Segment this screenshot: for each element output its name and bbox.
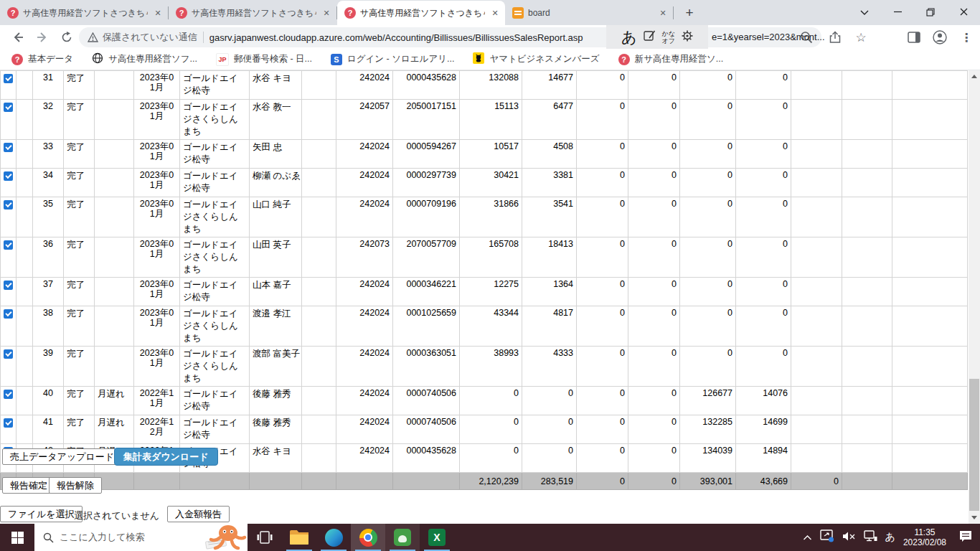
side-panel-icon[interactable] <box>905 29 923 46</box>
row-checkbox[interactable] <box>4 349 13 359</box>
summary-download-button[interactable]: 集計表ダウンロード <box>114 448 218 466</box>
resident-name-cell: 水谷 キヨ <box>250 444 302 473</box>
close-tab-icon[interactable]: ✕ <box>321 7 332 19</box>
bookmark-new-sakou-soft[interactable]: ? 新サ高住専用経営ソ... <box>618 53 724 65</box>
empty-cell <box>791 347 842 387</box>
amount3-cell: 0 <box>577 169 628 197</box>
restore-button[interactable] <box>914 0 947 24</box>
file-select-button[interactable]: ファイルを選択 <box>0 506 83 522</box>
scroll-up-arrow[interactable] <box>969 70 980 83</box>
bookmark-star-icon[interactable]: ☆ <box>852 29 870 46</box>
sales-report-table: 31 完了 2023年01月 ゴールドエイジ松寺 水谷 キヨ 242024 00… <box>0 70 968 490</box>
row-number-cell: 40 <box>33 387 64 415</box>
close-tab-icon[interactable]: ✕ <box>152 7 164 19</box>
ime-settings-gear-icon[interactable] <box>682 30 693 44</box>
office-code-cell: 242024 <box>336 306 393 347</box>
report-confirm-button[interactable]: 報告確定 <box>2 477 55 494</box>
row-checkbox[interactable] <box>4 103 13 112</box>
bookmark-basic-data[interactable]: ? 基本データ <box>11 53 73 65</box>
start-button[interactable] <box>0 524 34 551</box>
scrollbar-thumb[interactable] <box>969 379 979 511</box>
month-text: 2023年01月 <box>139 239 175 259</box>
minimize-button[interactable] <box>881 0 914 24</box>
row-checkbox[interactable] <box>4 390 13 399</box>
row-checkbox[interactable] <box>4 418 13 428</box>
back-icon[interactable] <box>9 28 27 47</box>
sales-upload-button[interactable]: 売上データアップロード <box>2 448 122 465</box>
taskbar-search-box[interactable]: ここに入力して検索 <box>34 524 248 551</box>
empty-cell <box>892 197 968 237</box>
facility-cell: ゴールドエイジ松寺 <box>180 169 250 197</box>
amount2-cell: 3381 <box>522 169 577 197</box>
tray-screenshare-icon[interactable] <box>820 529 834 545</box>
amount1-cell: 0 <box>460 387 522 415</box>
close-tab-icon[interactable]: ✕ <box>657 7 669 19</box>
notification-center-icon[interactable] <box>958 529 973 545</box>
row-checkbox[interactable] <box>4 240 13 250</box>
amount2-cell: 18413 <box>522 237 577 278</box>
empty-cell <box>892 415 968 444</box>
resident-name-cell: 渡部 富美子 <box>250 347 302 387</box>
totals-cell: 0 <box>577 473 628 490</box>
taskbar-satsuki-app[interactable] <box>385 524 420 551</box>
tab-app-1[interactable]: ? サ高住専用経営ソフトさつきちゃん ✕ <box>0 1 168 25</box>
browser-menu-icon[interactable]: ⋮ <box>958 29 975 46</box>
bookmark-yamato-business[interactable]: ヤマトビジネスメンバーズ <box>473 52 599 66</box>
tray-ime-indicator[interactable]: あ <box>885 531 895 544</box>
ime-mode-indicator[interactable]: あ <box>621 29 637 44</box>
close-tab-icon[interactable]: ✕ <box>489 7 501 19</box>
taskbar-edge[interactable] <box>316 524 351 551</box>
ime-kana-toggle[interactable]: かな オフ <box>662 30 675 44</box>
share-icon[interactable] <box>826 29 844 46</box>
empty-cell <box>892 278 968 306</box>
tray-network-icon[interactable] <box>864 530 877 545</box>
taskbar-excel[interactable]: X <box>420 524 454 551</box>
report-release-button[interactable]: 報告解除 <box>49 477 102 494</box>
scroll-down-arrow[interactable] <box>969 512 980 524</box>
tray-chevron-up-icon[interactable] <box>803 531 812 544</box>
amount3-cell: 0 <box>577 71 628 100</box>
tray-clock[interactable]: 11:35 2023/02/08 <box>903 527 946 547</box>
row-checkbox[interactable] <box>4 143 13 152</box>
close-window-button[interactable] <box>947 0 980 24</box>
empty-cell <box>892 100 968 140</box>
empty-cell <box>791 71 842 100</box>
empty-cell <box>842 197 892 237</box>
tab-board[interactable]: board ✕ <box>505 1 673 25</box>
taskbar-chrome-active[interactable] <box>351 524 385 551</box>
bookmark-postal-search[interactable]: JP 郵便番号検索 - 日... <box>216 53 312 66</box>
month-text: 2022年11月 <box>139 388 175 408</box>
bookmark-soroel-login[interactable]: S ログイン - ソロエルアリ... <box>331 53 454 65</box>
window-controls <box>848 0 980 24</box>
address-bar[interactable]: 保護されていない通信 gasrv.japanwest.cloudapp.azur… <box>79 27 821 47</box>
ime-toolbar[interactable]: あ かな オフ <box>606 25 708 49</box>
tab-search-chevron-icon[interactable] <box>848 0 881 24</box>
totals-empty-cell <box>134 473 180 490</box>
payment-report-button[interactable]: 入金額報告 <box>167 506 230 522</box>
amount2-cell: 4817 <box>522 306 577 347</box>
vertical-scrollbar[interactable] <box>969 70 980 524</box>
new-tab-button[interactable]: + <box>679 3 699 23</box>
taskbar-file-explorer[interactable] <box>282 524 316 551</box>
profile-avatar-icon[interactable] <box>931 29 948 46</box>
row-checkbox[interactable] <box>4 309 13 319</box>
tab-app-2[interactable]: ? サ高住専用経営ソフトさつきちゃん ✕ <box>169 1 336 25</box>
task-view-button[interactable] <box>248 524 282 551</box>
billing-number-cell: 2070057709 <box>393 237 460 278</box>
amount5-cell: 0 <box>680 169 736 197</box>
not-secure-warning-icon[interactable] <box>88 32 98 42</box>
status-cell: 完了 <box>64 415 95 444</box>
forward-icon[interactable] <box>33 28 52 47</box>
row-checkbox[interactable] <box>4 74 13 83</box>
row-checkbox[interactable] <box>4 171 13 181</box>
row-checkbox[interactable] <box>4 200 13 209</box>
search-highlight-octopus-image[interactable] <box>194 524 248 551</box>
row-checkbox[interactable] <box>4 281 13 290</box>
url-query-text: e=1&yearsel=2023&mont... <box>712 32 825 42</box>
billing-number-cell: 0000594267 <box>393 140 460 169</box>
reload-icon[interactable] <box>57 28 76 47</box>
tray-volume-muted-icon[interactable] <box>842 531 856 545</box>
tab-app-3-active[interactable]: ? サ高住専用経営ソフトさつきちゃん ✕ <box>337 1 505 25</box>
ime-pad-icon[interactable] <box>644 29 656 44</box>
bookmark-sakou-soft[interactable]: サ高住専用経営ソフ... <box>92 52 197 66</box>
